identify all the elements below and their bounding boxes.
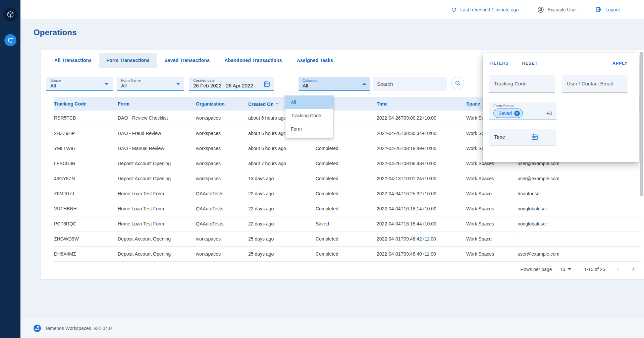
- cell-tracking-code: YMLTW97: [54, 141, 118, 156]
- created-date-picker[interactable]: Created date 26 Feb 2022 - 26 Apr 2022: [189, 77, 274, 91]
- search-input[interactable]: [373, 81, 447, 87]
- user-contact-email-input[interactable]: [562, 81, 628, 86]
- cell-tracking-code: 2HZZ9HP: [54, 126, 118, 141]
- cell-col4: Completed: [316, 186, 377, 201]
- table-row[interactable]: PCT6RQCHome Loan Test FormQAAutoTests22 …: [54, 216, 641, 231]
- column-header-tracking-code[interactable]: Tracking Code: [54, 97, 118, 111]
- rows-per-page-value: 10: [560, 267, 565, 272]
- cell-col4: Completed: [316, 201, 377, 216]
- cell-created-on: about 6 hours ago: [248, 141, 316, 156]
- user-menu[interactable]: Example User: [537, 6, 577, 13]
- cell-space: Work Space: [466, 231, 518, 246]
- cell-time: 2022-04-26T08:30:34+10:00: [377, 126, 466, 141]
- user-name: Example User: [547, 7, 577, 12]
- tab-form-transactions[interactable]: Form Transactions: [99, 53, 157, 68]
- cell-tracking-code: ZHGWD9W: [54, 231, 118, 246]
- column-header-form[interactable]: Form: [118, 97, 196, 111]
- chevron-left-icon: [615, 267, 621, 272]
- apply-button[interactable]: APPLY: [612, 61, 628, 66]
- cell-created-on: 13 days ago: [248, 171, 316, 186]
- last-refreshed-text: Last refreshed 1 minute ago: [460, 7, 519, 12]
- form-name-select[interactable]: Form Name All: [117, 77, 184, 91]
- filters-title: FILTERS: [489, 61, 508, 66]
- cell-created-on: 22 days ago: [248, 186, 316, 201]
- space-value: All: [50, 82, 109, 89]
- previous-page-button[interactable]: [615, 267, 621, 272]
- columns-select[interactable]: Columns All: [299, 77, 370, 91]
- rows-per-page-select[interactable]: 10: [560, 267, 571, 272]
- cell-organization: workspaces: [196, 246, 248, 261]
- cell-organization: workspaces: [196, 231, 248, 246]
- cube-icon: [6, 10, 14, 18]
- menu-item-form[interactable]: Form: [285, 122, 333, 136]
- form-status-field[interactable]: Form Status Saved +3: [489, 102, 556, 120]
- cell-created-on: 25 days ago: [248, 246, 316, 261]
- tab-all-transactions[interactable]: All Transactions: [47, 53, 99, 68]
- tracking-code-field: [489, 75, 555, 92]
- cell-col4: Saved: [316, 216, 377, 231]
- menu-item-all[interactable]: All: [285, 95, 333, 109]
- chevron-down-icon: [105, 83, 109, 85]
- cell-organization: QAAutoTests: [196, 186, 248, 201]
- table-row[interactable]: DH8X4MZDeposit Account Openingworkspaces…: [54, 246, 641, 261]
- calendar-icon[interactable]: [263, 80, 270, 89]
- workspaces-logo-icon[interactable]: [3, 7, 17, 21]
- account-circle-icon: [537, 6, 544, 13]
- cell-tracking-code: VRFHBNH: [54, 201, 118, 216]
- column-header-organization[interactable]: Organization: [196, 97, 248, 111]
- sort-chevron-down-icon: [275, 101, 279, 107]
- temenos-logo-icon: [34, 325, 41, 332]
- cell-tracking-code: Z6MJD7J: [54, 186, 118, 201]
- chip-label: Saved: [498, 111, 512, 116]
- tab-assigned-tasks[interactable]: Assigned Tasks: [289, 53, 340, 68]
- cell-organization: workspaces: [196, 141, 248, 156]
- reset-button[interactable]: RESET: [522, 61, 537, 66]
- table-row[interactable]: VRFHBNHHome Loan Test FormQAAutoTests22 …: [54, 201, 641, 216]
- tab-abandoned-transactions[interactable]: Abandoned Transactions: [217, 53, 289, 68]
- cell-form: DAO - Fraud Review: [118, 126, 196, 141]
- pagination-range: 1-10 of 25: [584, 267, 605, 272]
- tracking-code-input[interactable]: [489, 81, 555, 86]
- refresh-control[interactable]: Last refreshed 1 minute ago: [451, 7, 519, 13]
- tab-saved-transactions[interactable]: Saved Transactions: [157, 53, 217, 68]
- chevron-up-icon: [362, 83, 366, 85]
- created-date-label: Created date: [193, 78, 270, 82]
- next-page-button[interactable]: [631, 267, 636, 272]
- chip-remove-icon[interactable]: [514, 111, 520, 116]
- active-app-icon[interactable]: [4, 34, 16, 46]
- cell-form: Deposit Account Opening: [118, 231, 196, 246]
- cell-col7: nonglobaluser: [518, 201, 641, 216]
- cell-form: DAO - Manual Review: [118, 141, 196, 156]
- chevron-down-icon: [176, 83, 180, 85]
- table-row[interactable]: 43GY8ZNDeposit Account Openingworkspaces…: [54, 171, 641, 186]
- page-scrollbar[interactable]: [640, 52, 643, 196]
- calendar-icon[interactable]: [531, 133, 538, 142]
- cell-tracking-code: RSR5TCB: [54, 111, 118, 126]
- cell-organization: QAAutoTests: [196, 201, 248, 216]
- search-button[interactable]: [451, 77, 464, 89]
- main-column: Last refreshed 1 minute ago Example User: [20, 0, 644, 338]
- space-select[interactable]: Space All: [46, 77, 113, 91]
- cell-time: 2022-04-26T08:18:49+10:00: [377, 141, 466, 156]
- table-row[interactable]: ZHGWD9WDeposit Account Openingworkspaces…: [54, 231, 641, 246]
- cell-col4: Completed: [316, 171, 377, 186]
- time-field[interactable]: [489, 129, 556, 145]
- cell-created-on: 22 days ago: [248, 216, 316, 231]
- table-row[interactable]: Z6MJD7JHome Loan Test FormQAAutoTests22 …: [54, 186, 641, 201]
- cell-organization: workspaces: [196, 126, 248, 141]
- cell-col4: Completed: [316, 141, 377, 156]
- columns-dropdown-menu: AllTracking CodeForm: [285, 93, 333, 138]
- cell-organization: workspaces: [196, 171, 248, 186]
- footer: Temenos Workspaces. v22.04.0: [20, 318, 644, 338]
- user-contact-email-field: [562, 75, 628, 92]
- column-header-time[interactable]: Time: [377, 97, 466, 111]
- form-status-chip[interactable]: Saved: [493, 109, 523, 118]
- columns-value: All: [303, 82, 366, 89]
- cell-form: Deposit Account Opening: [118, 246, 196, 261]
- caret-down-icon: [568, 268, 571, 270]
- logout-button[interactable]: Logout: [596, 6, 620, 13]
- cell-col7: user@example.com: [518, 246, 641, 261]
- search-icon: [454, 80, 461, 86]
- refresh-icon: [451, 7, 457, 13]
- menu-item-tracking-code[interactable]: Tracking Code: [285, 109, 333, 122]
